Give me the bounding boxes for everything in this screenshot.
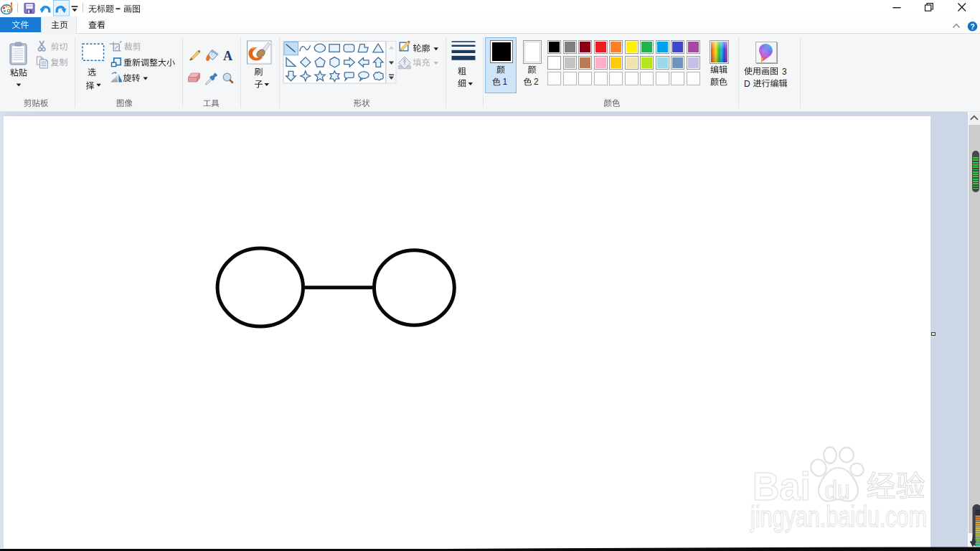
svg-text:jingyan.baidu.com: jingyan.baidu.com	[750, 501, 927, 532]
svg-text:1: 1	[503, 77, 508, 87]
svg-text:du: du	[825, 476, 850, 504]
svg-text:D: D	[744, 79, 750, 89]
svg-text:2: 2	[534, 77, 539, 87]
svg-text:3: 3	[782, 67, 787, 77]
svg-text:A: A	[223, 49, 232, 63]
svg-text:?: ?	[970, 23, 974, 31]
